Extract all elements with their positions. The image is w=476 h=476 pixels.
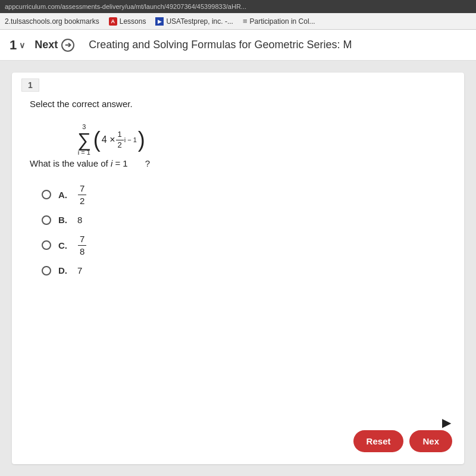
next-button[interactable]: Nex [409,430,452,452]
what-is-label: What is the value of [30,158,111,168]
next-circle-icon: ➔ [61,39,74,52]
choice-C-label: C. [58,240,70,250]
next-toolbar-label: Next [35,39,58,51]
choice-B[interactable]: B. 8 [42,215,446,225]
choice-A[interactable]: A. 7 2 [42,183,446,206]
fraction-numerator: 1 [116,130,124,140]
cursor-indicator: ▶ [442,415,451,430]
what-is-text: What is the value of i = 1 ? [30,158,446,168]
question-card-header: 1 [12,73,464,99]
formula-display: 3 ∑ i = 1 ( 4 × 1 2 i − 1 ) [77,124,145,156]
radio-C[interactable] [42,240,51,250]
choice-A-numerator: 7 [78,183,86,195]
url-bar: appcurriculum.com/assessments-delivery/u… [0,0,476,13]
question-number-value: 1 [10,37,17,53]
sigma-container: 3 ∑ i = 1 [77,124,91,156]
formula-4: 4 × [102,134,115,145]
main-content: 1 Select the correct answer. 3 ∑ i = 1 (… [0,61,476,476]
formula-exponent: i − 1 [124,136,137,143]
bookmark-usatestprep-label: USATestprep, inc. -... [166,17,233,26]
choice-A-label: A. [58,190,70,200]
choice-C-value: 7 8 [77,233,87,257]
bookmark-participation-label: Participation in Col... [250,17,315,26]
fraction-denominator: 2 [116,140,124,151]
usatestprep-icon: ▶ [155,17,164,26]
instruction-text: Select the correct answer. [30,99,446,109]
choice-B-value: 8 [77,215,82,225]
url-text: appcurriculum.com/assessments-delivery/u… [5,3,246,10]
bookmark-lessons-label: Lessons [120,17,146,26]
choice-A-denominator: 2 [78,195,86,207]
choice-D-label: D. [58,265,70,275]
paren-close: ) [138,129,145,151]
radio-A[interactable] [42,190,51,199]
choice-B-label: B. [58,215,70,225]
what-is-equals: = 1 [112,158,127,168]
question-body: Select the correct answer. 3 ∑ i = 1 ( 4… [12,99,464,287]
bookmark-lessons[interactable]: A Lessons [109,17,146,26]
radio-B[interactable] [42,215,51,225]
what-is-suffix: ? [130,158,150,168]
next-toolbar-button[interactable]: Next ➔ [35,39,74,52]
participation-icon: ≡ [243,17,248,26]
radio-D[interactable] [42,266,51,275]
choice-C[interactable]: C. 7 8 [42,233,446,257]
formula-expression: ( 4 × 1 2 i − 1 ) [93,129,145,151]
question-number-chevron[interactable]: ∨ [19,40,25,50]
choice-D-value: 7 [77,265,82,275]
bookmark-tulsaschools[interactable]: 2.tulsaschools.org bookmarks [5,17,99,26]
question-badge: 1 [21,79,39,92]
paren-open: ( [93,129,101,151]
bottom-buttons: Reset Nex [353,430,452,452]
lessons-icon: A [109,17,117,26]
sigma-bottom: i = 1 [78,149,90,156]
reset-button[interactable]: Reset [353,430,404,452]
bookmark-usatestprep[interactable]: ▶ USATestprep, inc. -... [155,17,233,26]
toolbar: 1 ∨ Next ➔ Creating and Solving Formulas… [0,30,476,61]
sigma-symbol: ∑ [77,130,91,149]
bookmark-tulsaschools-label: 2.tulsaschools.org bookmarks [5,17,99,26]
choice-C-numerator: 7 [78,233,86,246]
choice-A-value: 7 2 [77,183,87,206]
question-card: 1 Select the correct answer. 3 ∑ i = 1 (… [12,73,464,464]
choice-D[interactable]: D. 7 [42,265,446,275]
choice-C-denominator: 8 [78,246,86,258]
question-number-display[interactable]: 1 ∨ [10,37,25,53]
answer-choices: A. 7 2 B. 8 C. [42,183,446,275]
bookmark-participation[interactable]: ≡ Participation in Col... [243,17,315,26]
page-title: Creating and Solving Formulas for Geomet… [89,39,466,51]
bookmarks-bar: 2.tulsaschools.org bookmarks A Lessons ▶… [0,13,476,30]
formula-fraction: 1 2 [116,130,124,151]
